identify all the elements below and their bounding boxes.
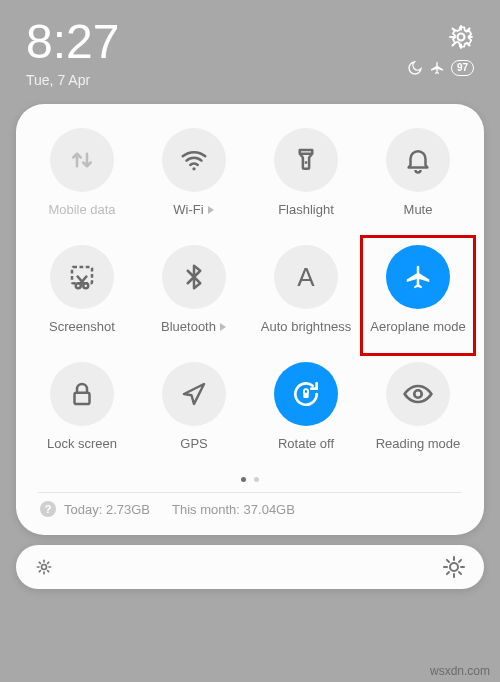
tile-aeroplane-mode[interactable]: Aeroplane mode	[362, 245, 474, 334]
tile-wifi[interactable]: Wi-Fi	[138, 128, 250, 217]
date: Tue, 7 Apr	[26, 72, 119, 88]
tile-label: Bluetooth	[161, 319, 227, 334]
svg-point-6	[83, 283, 88, 288]
status-right: 97	[407, 18, 474, 76]
tile-label: Mute	[404, 202, 433, 217]
battery-value: 97	[457, 61, 468, 75]
tile-label: Screenshot	[49, 319, 115, 334]
tile-mobile-data[interactable]: Mobile data	[26, 128, 138, 217]
bell-icon	[386, 128, 450, 192]
tile-lock-screen[interactable]: Lock screen	[26, 362, 138, 451]
auto-brightness-icon: A	[274, 245, 338, 309]
tile-label: Mobile data	[48, 202, 115, 217]
mobile-data-icon	[50, 128, 114, 192]
tile-flashlight[interactable]: Flashlight	[250, 128, 362, 217]
svg-point-9	[414, 390, 421, 397]
clock: 8:27	[26, 18, 119, 66]
gear-icon[interactable]	[448, 24, 474, 50]
tile-auto-brightness[interactable]: A Auto brightness	[250, 245, 362, 334]
svg-rect-7	[75, 393, 90, 404]
status-bar: 8:27 Tue, 7 Apr 97	[0, 0, 500, 92]
wifi-icon	[162, 128, 226, 192]
page-dot-2	[254, 477, 259, 482]
svg-point-0	[458, 34, 465, 41]
tile-mute[interactable]: Mute	[362, 128, 474, 217]
brightness-low-icon	[34, 557, 54, 577]
page-dot-1	[241, 477, 246, 482]
watermark: wsxdn.com	[430, 664, 490, 678]
svg-point-5	[76, 283, 81, 288]
lock-icon	[50, 362, 114, 426]
bluetooth-icon	[162, 245, 226, 309]
page-indicator[interactable]	[26, 477, 474, 482]
airplane-icon	[386, 245, 450, 309]
status-indicators: 97	[407, 60, 474, 76]
battery-indicator: 97	[451, 60, 474, 76]
tile-label: GPS	[180, 436, 207, 451]
brightness-slider[interactable]	[16, 545, 484, 589]
usage-month: This month: 37.04GB	[172, 502, 295, 517]
expand-icon	[208, 206, 214, 214]
tile-screenshot[interactable]: Screenshot	[26, 245, 138, 334]
location-icon	[162, 362, 226, 426]
airplane-icon	[429, 60, 445, 76]
info-icon: ?	[40, 501, 56, 517]
flashlight-icon	[274, 128, 338, 192]
tile-reading-mode[interactable]: Reading mode	[362, 362, 474, 451]
tile-label: Aeroplane mode	[370, 319, 465, 334]
brightness-high-icon	[442, 555, 466, 579]
rotate-lock-icon	[274, 362, 338, 426]
tile-label: Reading mode	[376, 436, 461, 451]
tile-label: Lock screen	[47, 436, 117, 451]
eye-icon	[386, 362, 450, 426]
tile-bluetooth[interactable]: Bluetooth	[138, 245, 250, 334]
svg-point-2	[192, 167, 195, 170]
tile-label: Wi-Fi	[173, 202, 214, 217]
tile-gps[interactable]: GPS	[138, 362, 250, 451]
tile-label: Auto brightness	[261, 319, 351, 334]
data-usage-row[interactable]: ? Today: 2.73GB This month: 37.04GB	[26, 501, 474, 521]
tile-label: Rotate off	[278, 436, 334, 451]
usage-today: Today: 2.73GB	[64, 502, 150, 517]
scissors-icon	[50, 245, 114, 309]
quick-settings-panel: Mobile data Wi-Fi Flashlight Mute Screen	[16, 104, 484, 535]
divider	[38, 492, 462, 493]
moon-icon	[407, 60, 423, 76]
tile-grid: Mobile data Wi-Fi Flashlight Mute Screen	[26, 128, 474, 451]
svg-point-11	[450, 563, 458, 571]
status-left: 8:27 Tue, 7 Apr	[26, 18, 119, 88]
tile-label: Flashlight	[278, 202, 334, 217]
svg-point-10	[42, 565, 47, 570]
expand-icon	[220, 323, 226, 331]
tile-rotate-off[interactable]: Rotate off	[250, 362, 362, 451]
